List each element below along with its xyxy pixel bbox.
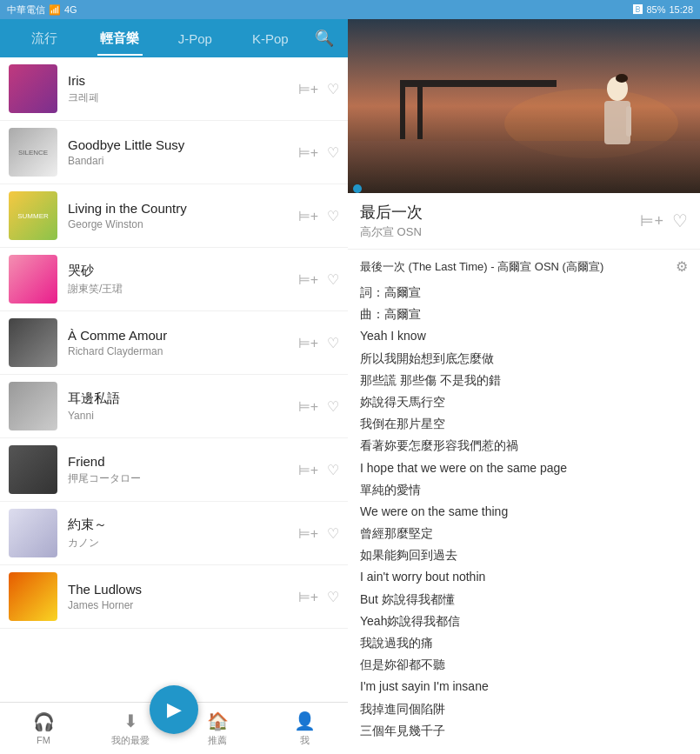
song-item[interactable]: The Ludlows James Horner ⊨+ ♡ xyxy=(0,565,348,629)
song-item[interactable]: 約束～ カノン ⊨+ ♡ xyxy=(0,502,348,565)
lyric-line: 妳說得天馬行空 xyxy=(360,391,688,413)
nav-recommend-label: 推薦 xyxy=(208,734,227,747)
song-title: Goodbye Little Susy xyxy=(68,137,298,152)
lyric-line: Yeah I know xyxy=(360,325,688,347)
settings-icon[interactable]: ⚙ xyxy=(676,258,688,275)
song-info: Living in the Country George Winston xyxy=(68,201,298,230)
song-item[interactable]: SUMMER Living in the Country George Wins… xyxy=(0,184,348,248)
carrier-text: 中華電信 xyxy=(7,3,45,17)
song-info: 耳邊私語 Yanni xyxy=(68,390,298,422)
tab-jpop[interactable]: J-Pop xyxy=(157,23,233,55)
right-song-artist: 高尔宣 OSN xyxy=(360,224,423,240)
tab-bar: 流行 輕音樂 J-Pop K-Pop 🔍 xyxy=(0,19,348,57)
nav-recommend[interactable]: 🏠 推薦 xyxy=(191,711,243,747)
lyric-line: 所以我開始想到底怎麼做 xyxy=(360,348,688,370)
add-to-queue-icon[interactable]: ⊨+ xyxy=(298,271,318,288)
favorite-icon[interactable]: ♡ xyxy=(327,398,339,415)
song-artist: 押尾コータロー xyxy=(68,471,298,486)
song-artist: Yanni xyxy=(68,410,298,422)
song-item[interactable]: Iris 크레페 ⊨+ ♡ xyxy=(0,57,348,121)
song-item[interactable]: SILENCE Goodbye Little Susy Bandari ⊨+ ♡ xyxy=(0,121,348,184)
add-to-queue-icon[interactable]: ⊨+ xyxy=(298,335,318,351)
song-item[interactable]: 哭砂 謝東笑/王珺 ⊨+ ♡ xyxy=(0,248,348,311)
favorite-icon[interactable]: ♡ xyxy=(327,208,339,224)
right-song-header: 最后一次 高尔宣 OSN ⊨+ ♡ xyxy=(348,193,700,250)
song-item[interactable]: Friend 押尾コータロー ⊨+ ♡ xyxy=(0,438,348,502)
song-title: Iris xyxy=(68,73,298,88)
tab-trending[interactable]: 流行 xyxy=(7,22,83,56)
play-button[interactable]: ▶ xyxy=(150,685,198,734)
song-info: Friend 押尾コータロー xyxy=(68,454,298,486)
video-background xyxy=(348,19,700,193)
lyrics-title: 最後一次 (The Last Time) - 高爾宣 OSN (高爾宣) xyxy=(360,259,603,275)
song-actions: ⊨+ ♡ xyxy=(298,208,339,224)
nav-favorites[interactable]: ⬇ 我的最愛 xyxy=(104,711,157,747)
right-song-info: 最后一次 高尔宣 OSN xyxy=(360,202,423,240)
lyric-line: 詞：高爾宣 xyxy=(360,282,688,304)
song-item[interactable]: À Comme Amour Richard Clayderman ⊨+ ♡ xyxy=(0,311,348,375)
video-scene xyxy=(348,19,700,193)
song-thumbnail: SUMMER xyxy=(9,191,57,240)
lyric-line: I'm just sayin I'm insane xyxy=(360,676,688,697)
song-title: À Comme Amour xyxy=(68,328,298,343)
song-artist: 크레페 xyxy=(68,90,298,105)
battery-text: 85% xyxy=(646,4,665,15)
bluetooth-icon: 🅱 xyxy=(633,4,643,15)
song-thumbnail xyxy=(9,572,57,621)
nav-fm-label: FM xyxy=(37,735,50,745)
song-title: 耳邊私語 xyxy=(68,390,298,407)
tab-light-music[interactable]: 輕音樂 xyxy=(83,22,158,56)
lyric-line: I ain't worry bout nothin xyxy=(360,566,688,588)
nav-me[interactable]: 👤 我 xyxy=(278,711,330,747)
favorite-icon[interactable]: ♡ xyxy=(327,462,339,478)
search-button[interactable]: 🔍 xyxy=(308,22,341,55)
time-text: 15:28 xyxy=(669,4,693,15)
lyric-line: 但是妳卻都不聽 xyxy=(360,654,688,676)
right-add-queue-icon[interactable]: ⊨+ xyxy=(640,211,663,230)
svg-rect-3 xyxy=(400,80,557,87)
status-right: 🅱 85% 15:28 xyxy=(633,4,693,15)
song-thumbnail: SILENCE xyxy=(9,128,57,177)
song-item[interactable]: 耳邊私語 Yanni ⊨+ ♡ xyxy=(0,375,348,438)
tab-kpop[interactable]: K-Pop xyxy=(233,23,309,55)
add-to-queue-icon[interactable]: ⊨+ xyxy=(298,208,318,224)
add-to-queue-icon[interactable]: ⊨+ xyxy=(298,589,318,605)
lyric-line: 那些謊 那些傷 不是我的錯 xyxy=(360,370,688,391)
favorite-icon[interactable]: ♡ xyxy=(327,144,339,161)
song-title: 約束～ xyxy=(68,517,298,533)
favorite-icon[interactable]: ♡ xyxy=(327,271,339,288)
favorite-icon[interactable]: ♡ xyxy=(327,525,339,542)
left-panel: 流行 輕音樂 J-Pop K-Pop 🔍 Iris 크레페 ⊨+ ♡ xyxy=(0,19,348,754)
favorite-icon[interactable]: ♡ xyxy=(327,81,339,97)
song-thumbnail xyxy=(9,509,57,557)
signal-icon: 📶 xyxy=(49,4,61,16)
svg-rect-4 xyxy=(400,87,405,139)
right-actions: ⊨+ ♡ xyxy=(640,210,688,231)
nav-me-label: 我 xyxy=(300,734,310,747)
nav-fm[interactable]: 🎧 FM xyxy=(17,711,70,745)
song-thumbnail xyxy=(9,255,57,304)
song-artist: George Winston xyxy=(68,218,298,230)
song-actions: ⊨+ ♡ xyxy=(298,462,339,478)
song-info: Iris 크레페 xyxy=(68,73,298,105)
song-info: À Comme Amour Richard Clayderman xyxy=(68,328,298,357)
lyric-line: I hope that we were on the same page xyxy=(360,457,688,479)
song-title: The Ludlows xyxy=(68,582,298,597)
favorite-icon[interactable]: ♡ xyxy=(327,335,339,351)
song-artist: 謝東笑/王珺 xyxy=(68,282,298,297)
song-info: The Ludlows James Horner xyxy=(68,582,298,611)
add-to-queue-icon[interactable]: ⊨+ xyxy=(298,144,318,161)
lyric-line: We were on the same thing xyxy=(360,501,688,523)
song-title: Living in the Country xyxy=(68,201,298,216)
status-bar: 中華電信 📶 4G 🅱 85% 15:28 xyxy=(0,0,700,19)
favorite-icon[interactable]: ♡ xyxy=(327,589,339,605)
lyric-line: 曾經那麼堅定 xyxy=(360,523,688,544)
add-to-queue-icon[interactable]: ⊨+ xyxy=(298,81,318,97)
right-favorite-icon[interactable]: ♡ xyxy=(672,210,688,231)
add-to-queue-icon[interactable]: ⊨+ xyxy=(298,398,318,415)
song-thumbnail xyxy=(9,382,57,430)
song-title: 哭砂 xyxy=(68,263,298,279)
svg-rect-5 xyxy=(417,87,423,139)
add-to-queue-icon[interactable]: ⊨+ xyxy=(298,525,318,542)
add-to-queue-icon[interactable]: ⊨+ xyxy=(298,462,318,478)
